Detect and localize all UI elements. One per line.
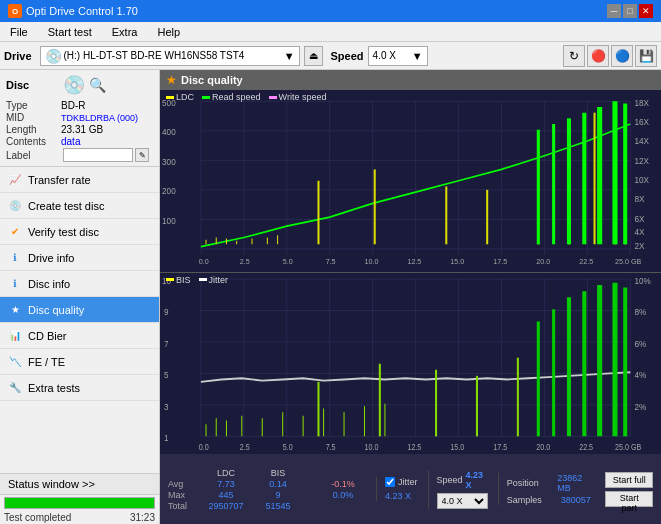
label-edit-button[interactable]: ✎ xyxy=(135,148,149,162)
svg-text:3: 3 xyxy=(164,401,169,412)
svg-text:25.0 GB: 25.0 GB xyxy=(615,256,641,265)
speed-display: 4.23 X xyxy=(385,491,418,501)
start-buttons: Start full Start part xyxy=(605,472,653,507)
drive-select-text: (H:) HL-DT-ST BD-RE WH16NS58 TST4 xyxy=(64,50,282,61)
nav-drive-info[interactable]: ℹ Drive info xyxy=(0,245,159,271)
legend-read: Read speed xyxy=(202,92,261,102)
menu-help[interactable]: Help xyxy=(151,25,186,39)
svg-text:5: 5 xyxy=(164,369,169,380)
nav-cd-bier[interactable]: 📊 CD Bier xyxy=(0,323,159,349)
bis-dot xyxy=(166,278,174,281)
mid-label: MID xyxy=(6,112,61,123)
nav-fe-te-label: FE / TE xyxy=(28,356,65,368)
minimize-button[interactable]: ─ xyxy=(607,4,621,18)
speed-value: 4.0 X xyxy=(373,50,410,61)
main-layout: Disc 💿 🔍 Type BD-R MID TDKBLDRBA (000) L… xyxy=(0,70,661,524)
nav-extra-tests[interactable]: 🔧 Extra tests xyxy=(0,375,159,401)
toolbar-btn-3[interactable]: 🔵 xyxy=(611,45,633,67)
speed-section: Speed 4.23 X 4.0 X xyxy=(428,470,488,509)
svg-text:8%: 8% xyxy=(634,306,646,317)
svg-text:7.5: 7.5 xyxy=(326,442,337,452)
status-message: Test completed xyxy=(4,512,71,523)
legend-ldc: LDC xyxy=(166,92,194,102)
toolbar-btn-2[interactable]: 🔴 xyxy=(587,45,609,67)
svg-text:10X: 10X xyxy=(634,175,649,186)
speed-stat-label: Speed xyxy=(437,475,463,485)
max-jitter: 0.0% xyxy=(304,490,366,500)
transfer-rate-icon: 📈 xyxy=(8,173,22,187)
header-empty xyxy=(168,468,200,478)
nav-verify-test-disc[interactable]: ✔ Verify test disc xyxy=(0,219,159,245)
length-label: Length xyxy=(6,124,61,135)
svg-text:5.0: 5.0 xyxy=(283,442,294,452)
nav-fe-te[interactable]: 📉 FE / TE xyxy=(0,349,159,375)
title-bar: O Opti Drive Control 1.70 ─ □ ✕ xyxy=(0,0,661,22)
svg-text:20.0: 20.0 xyxy=(536,256,550,265)
svg-text:10.0: 10.0 xyxy=(364,442,378,452)
speed-selector[interactable]: 4.0 X ▼ xyxy=(368,46,428,66)
quality-panel-header: ★ Disc quality xyxy=(160,70,661,90)
svg-text:100: 100 xyxy=(162,215,176,226)
stats-headers: LDC BIS xyxy=(168,468,366,478)
chart1-ldc: LDC Read speed Write speed xyxy=(160,90,661,273)
speed-label: Speed xyxy=(331,50,364,62)
svg-text:20.0: 20.0 xyxy=(536,442,550,452)
svg-text:2.5: 2.5 xyxy=(240,442,251,452)
nav-disc-info[interactable]: ℹ Disc info xyxy=(0,271,159,297)
length-value: 23.31 GB xyxy=(61,124,103,135)
maximize-button[interactable]: □ xyxy=(623,4,637,18)
svg-text:12X: 12X xyxy=(634,155,649,166)
total-label: Total xyxy=(168,501,200,511)
speed-dropdown[interactable]: 4.0 X xyxy=(437,493,488,509)
eject-button[interactable]: ⏏ xyxy=(304,46,323,66)
verify-test-disc-icon: ✔ xyxy=(8,225,22,239)
avg-ldc: 7.73 xyxy=(200,479,252,489)
samples-label: Samples xyxy=(507,495,557,505)
avg-label: Avg xyxy=(168,479,200,489)
nav-disc-quality[interactable]: ★ Disc quality xyxy=(0,297,159,323)
contents-value: data xyxy=(61,136,80,147)
chart2-svg: 10 9 7 5 3 1 10% 8% 6% 4% 2% 0.0 2.5 5.0 xyxy=(160,273,661,455)
speed-header-row: Speed 4.23 X xyxy=(437,470,488,490)
svg-text:9: 9 xyxy=(164,306,169,317)
fe-te-icon: 📉 xyxy=(8,355,22,369)
start-full-button[interactable]: Start full xyxy=(605,472,653,488)
status-window-label: Status window >> xyxy=(8,478,95,490)
toolbar-btn-1[interactable]: ↻ xyxy=(563,45,585,67)
menu-file[interactable]: File xyxy=(4,25,34,39)
svg-text:7.5: 7.5 xyxy=(326,256,336,265)
menu-extra[interactable]: Extra xyxy=(106,25,144,39)
jitter-checkbox[interactable] xyxy=(385,477,395,487)
nav-transfer-rate[interactable]: 📈 Transfer rate xyxy=(0,167,159,193)
start-part-button[interactable]: Start part xyxy=(605,491,653,507)
mid-value: TDKBLDRBA (000) xyxy=(61,113,138,123)
svg-text:22.5: 22.5 xyxy=(579,442,593,452)
toolbar-btn-save[interactable]: 💾 xyxy=(635,45,657,67)
header-ldc: LDC xyxy=(200,468,252,478)
svg-text:15.0: 15.0 xyxy=(450,256,464,265)
nav-create-test-disc[interactable]: 💿 Create test disc xyxy=(0,193,159,219)
label-label: Label xyxy=(6,150,61,161)
close-button[interactable]: ✕ xyxy=(639,4,653,18)
write-label: Write speed xyxy=(279,92,327,102)
disc-icon: 💿 xyxy=(63,74,85,96)
svg-text:0.0: 0.0 xyxy=(199,256,209,265)
chart1-legend: LDC Read speed Write speed xyxy=(166,92,326,102)
position-row: Position 23862 MB xyxy=(507,473,596,493)
nav-drive-info-label: Drive info xyxy=(28,252,74,264)
sidebar: Disc 💿 🔍 Type BD-R MID TDKBLDRBA (000) L… xyxy=(0,70,160,524)
type-label: Type xyxy=(6,100,61,111)
menu-start-test[interactable]: Start test xyxy=(42,25,98,39)
drive-selector[interactable]: 💿 (H:) HL-DT-ST BD-RE WH16NS58 TST4 ▼ xyxy=(40,46,300,66)
bis-label: BIS xyxy=(176,275,191,285)
header-jitter-space xyxy=(304,468,366,478)
disc-info-icon: ℹ xyxy=(8,277,22,291)
svg-text:300: 300 xyxy=(162,156,176,167)
svg-text:4%: 4% xyxy=(634,369,646,380)
charts-container: LDC Read speed Write speed xyxy=(160,90,661,454)
drive-label: Drive xyxy=(4,50,32,62)
status-window-button[interactable]: Status window >> xyxy=(0,474,159,495)
quality-title: Disc quality xyxy=(181,74,243,86)
label-input[interactable] xyxy=(63,148,133,162)
svg-text:6%: 6% xyxy=(634,338,646,349)
